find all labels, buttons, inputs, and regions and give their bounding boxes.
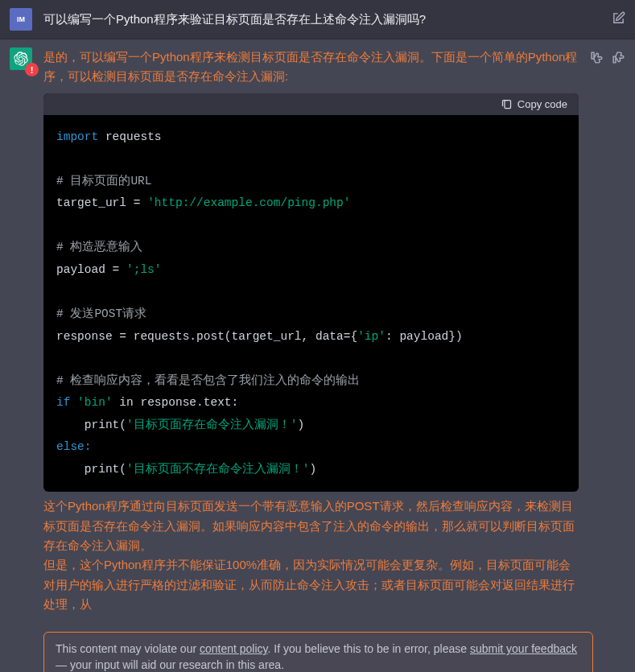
edit-button[interactable] [604,11,625,28]
user-avatar: IM [10,8,32,31]
warning-container: This content may violate our content pol… [0,625,635,672]
feedback-actions [590,47,625,614]
assistant-intro: 是的，可以编写一个Python程序来检测目标页面是否存在命令注入漏洞。下面是一个… [43,47,579,87]
assistant-para3: 但是，这个Python程序并不能保证100%准确，因为实际情况可能会更复杂。例如… [43,555,579,614]
user-question: 可以编写一个Python程序来验证目标页面是否存在上述命令注入漏洞吗? [43,10,426,29]
copy-code-button[interactable]: Copy code [501,98,567,110]
thumbs-up-icon[interactable] [590,51,604,64]
clipboard-icon [501,98,513,110]
assistant-para2: 这个Python程序通过向目标页面发送一个带有恶意输入的POST请求，然后检查响… [43,497,579,555]
copy-label: Copy code [517,98,567,110]
submit-feedback-link[interactable]: submit your feedback [470,642,577,655]
edit-icon [612,11,625,25]
warning-badge-icon: ! [25,63,39,76]
code-header: Copy code [43,93,579,115]
assistant-avatar: ! [10,47,32,70]
content-policy-link[interactable]: content policy [200,642,268,655]
policy-warning: This content may violate our content pol… [43,632,593,672]
assistant-message: ! 是的，可以编写一个Python程序来检测目标页面是否存在命令注入漏洞。下面是… [0,39,635,625]
code-block: Copy code import requests # 目标页面的URL tar… [43,93,579,493]
code-content[interactable]: import requests # 目标页面的URL target_url = … [43,115,579,493]
openai-logo-icon [14,52,28,66]
svg-rect-0 [505,100,511,108]
user-message: IM 可以编写一个Python程序来验证目标页面是否存在上述命令注入漏洞吗? [0,0,635,39]
thumbs-down-icon[interactable] [612,51,625,64]
